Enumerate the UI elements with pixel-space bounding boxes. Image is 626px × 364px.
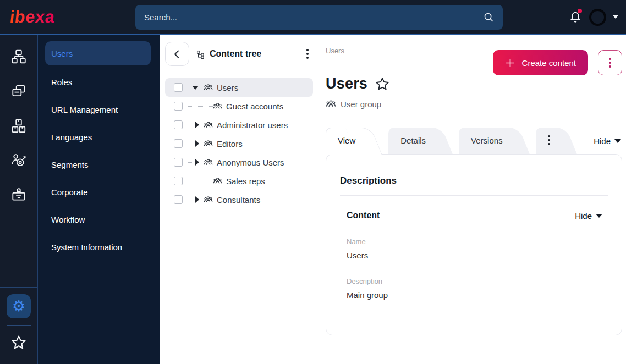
caret-collapsed-icon[interactable] bbox=[195, 140, 199, 147]
customer-portal-icon[interactable] bbox=[10, 187, 27, 203]
search-input[interactable] bbox=[144, 13, 483, 22]
field-value-name: Users bbox=[347, 251, 603, 260]
tree-item-anonymous-users[interactable]: Anonymous Users bbox=[165, 153, 313, 172]
user-group-icon bbox=[204, 158, 213, 167]
chevron-down-icon bbox=[614, 139, 621, 143]
collapse-tree-button[interactable] bbox=[165, 42, 189, 66]
tree-item-administrator-users[interactable]: Administrator users bbox=[165, 115, 313, 134]
admin-menu: Users Roles URL Management Languages Seg… bbox=[38, 35, 160, 364]
tree-connector-stub bbox=[188, 200, 195, 200]
topbar: ibexa bbox=[0, 0, 626, 35]
tree-item-guest-accounts[interactable]: Guest accounts bbox=[165, 97, 313, 115]
content-tree-header: Content tree bbox=[160, 35, 319, 73]
caret-collapsed-icon[interactable] bbox=[195, 196, 199, 203]
chevron-left-icon bbox=[172, 48, 183, 59]
app-body: ⚙ Users Roles URL Management Languages S… bbox=[0, 35, 626, 364]
bookmark-star-icon[interactable] bbox=[375, 76, 390, 92]
chevron-down-icon bbox=[596, 214, 602, 218]
user-group-icon bbox=[326, 99, 336, 109]
search-icon bbox=[483, 12, 494, 23]
tab-details[interactable]: Details bbox=[388, 128, 450, 154]
tree-item-users[interactable]: Users bbox=[165, 78, 313, 97]
tree-item-consultants[interactable]: Consultants bbox=[165, 190, 313, 209]
page-title-row: Users bbox=[326, 75, 622, 92]
divider bbox=[340, 195, 608, 196]
tree-connector-stub bbox=[188, 144, 195, 144]
field-label-name: Name bbox=[347, 238, 603, 246]
menu-item-roles[interactable]: Roles bbox=[45, 69, 151, 95]
tree-connector-stub bbox=[188, 162, 195, 163]
plus-icon bbox=[505, 58, 515, 68]
product-catalog-icon[interactable] bbox=[10, 118, 27, 134]
content-tree-icon bbox=[196, 49, 205, 59]
menu-item-workflow[interactable]: Workflow bbox=[45, 206, 151, 233]
field-label-description: Description bbox=[347, 277, 603, 285]
ibexa-logo[interactable]: ibexa bbox=[9, 7, 56, 27]
tree-item-checkbox[interactable] bbox=[174, 158, 183, 167]
bookmarks-star-icon[interactable] bbox=[10, 334, 27, 351]
personalization-icon[interactable] bbox=[10, 152, 27, 169]
tree-item-checkbox[interactable] bbox=[174, 83, 183, 92]
tree-item-sales-reps[interactable]: Sales reps bbox=[165, 172, 313, 190]
user-group-icon bbox=[213, 102, 222, 111]
tabs-row: View Details Versions Hide bbox=[326, 128, 622, 154]
tab-versions[interactable]: Versions bbox=[459, 128, 527, 154]
hide-tabs-toggle[interactable]: Hide bbox=[594, 136, 621, 146]
content-tree-list: Users Guest accounts bbox=[160, 73, 319, 214]
user-avatar[interactable] bbox=[589, 9, 606, 26]
content-section-title: Content bbox=[347, 211, 380, 220]
page-options-kebab-button[interactable] bbox=[598, 50, 622, 75]
tree-options-kebab-icon[interactable] bbox=[304, 47, 311, 61]
view-tab-card: Descriptions Content Hide Name Users Des… bbox=[326, 154, 622, 335]
user-menu-caret-icon[interactable] bbox=[613, 15, 618, 19]
menu-item-corporate[interactable]: Corporate bbox=[45, 179, 151, 205]
user-group-icon bbox=[204, 139, 213, 148]
caret-expanded-icon[interactable] bbox=[192, 86, 199, 90]
menu-item-segments[interactable]: Segments bbox=[45, 151, 151, 178]
tab-view[interactable]: View bbox=[326, 128, 380, 154]
menu-item-users[interactable]: Users bbox=[45, 41, 151, 65]
topbar-right bbox=[568, 9, 618, 26]
tree-item-checkbox[interactable] bbox=[174, 139, 183, 148]
tree-item-checkbox[interactable] bbox=[174, 102, 183, 111]
hide-section-toggle[interactable]: Hide bbox=[575, 211, 602, 220]
menu-item-languages[interactable]: Languages bbox=[45, 124, 151, 150]
tree-connector-stub bbox=[188, 181, 213, 181]
content-type-row: User group bbox=[326, 99, 622, 109]
main-content: Users Create content Users User group Vi… bbox=[319, 35, 626, 364]
notifications-bell-icon[interactable] bbox=[568, 10, 583, 24]
gear-icon: ⚙ bbox=[12, 299, 25, 314]
tree-item-checkbox[interactable] bbox=[174, 177, 183, 185]
search-bar[interactable] bbox=[135, 5, 503, 30]
menu-item-system-information[interactable]: System Information bbox=[45, 234, 151, 260]
logo-wrap: ibexa bbox=[10, 7, 135, 27]
tree-connector-stub bbox=[188, 125, 195, 125]
tree-item-checkbox[interactable] bbox=[174, 120, 183, 129]
content-structure-icon[interactable] bbox=[10, 48, 27, 65]
rail-bottom: ⚙ bbox=[0, 287, 37, 356]
user-group-icon bbox=[204, 120, 213, 130]
content-section: Content Hide Name Users Description Main… bbox=[340, 211, 608, 300]
page-title: Users bbox=[326, 75, 367, 92]
admin-settings-tile[interactable]: ⚙ bbox=[7, 294, 31, 318]
icon-rail: ⚙ bbox=[0, 35, 38, 364]
tree-item-editors[interactable]: Editors bbox=[165, 134, 313, 153]
content-section-head: Content Hide bbox=[347, 211, 603, 220]
user-group-icon bbox=[204, 83, 213, 92]
tree-connector-stub bbox=[188, 106, 213, 107]
rail-divider bbox=[7, 325, 31, 326]
caret-collapsed-icon[interactable] bbox=[195, 122, 199, 128]
tab-more-kebab[interactable] bbox=[536, 128, 574, 154]
tree-item-checkbox[interactable] bbox=[174, 195, 183, 204]
rail-divider bbox=[0, 287, 37, 288]
user-group-icon bbox=[213, 177, 222, 186]
content-tree-panel: Content tree Users bbox=[160, 35, 319, 364]
content-type-label: User group bbox=[341, 100, 381, 109]
app-window: ibexa bbox=[0, 0, 626, 364]
pages-icon[interactable] bbox=[10, 83, 27, 100]
header-actions: Create content bbox=[493, 50, 622, 75]
kebab-icon bbox=[548, 135, 550, 145]
caret-collapsed-icon[interactable] bbox=[195, 159, 199, 166]
create-content-button[interactable]: Create content bbox=[493, 50, 588, 75]
menu-item-url-management[interactable]: URL Management bbox=[45, 96, 151, 123]
